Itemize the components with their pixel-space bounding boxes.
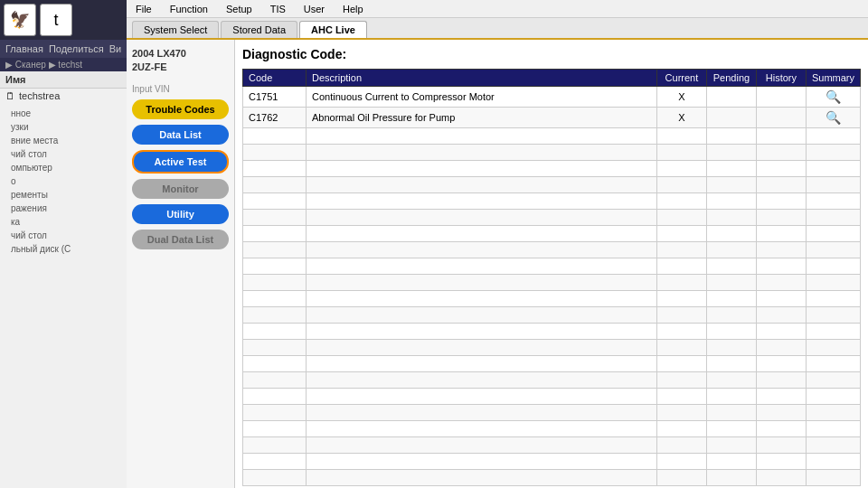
trouble-codes-button[interactable]: Trouble Codes: [132, 99, 229, 119]
diagnostic-title: Diagnostic Code:: [242, 47, 861, 61]
table-row: C1751 Continuous Current to Compressor M…: [243, 87, 861, 108]
col-code: Code: [243, 70, 307, 87]
tab-bar: System Select Stored Data AHC Live: [127, 18, 868, 40]
cell-summary: 🔍: [806, 87, 860, 108]
section-computer: омпьютер: [5, 161, 121, 174]
table-row: C1762 Abnormal Oil Pressure for Pump X 🔍: [243, 108, 861, 128]
sidebar-nav: Главная Поделиться Ви: [0, 40, 127, 58]
empty-row: [243, 242, 861, 258]
cell-history: [756, 108, 806, 128]
vehicle-info: 2004 LX470 2UZ-FE: [132, 47, 229, 75]
data-list-button[interactable]: Data List: [132, 125, 229, 145]
tab-ahc-live[interactable]: AHC Live: [299, 21, 367, 38]
empty-row: [243, 226, 861, 242]
col-description: Description: [307, 70, 657, 87]
vehicle-model: 2004 LX470: [132, 47, 229, 61]
sidebar-breadcrumb: ▶ Сканер ▶ techst: [0, 58, 127, 71]
sidebar-file-item[interactable]: 🗒 techstrea: [0, 89, 127, 103]
section-o: о: [5, 174, 121, 188]
empty-row: [243, 405, 861, 421]
section-desktop2: чий стол: [5, 229, 121, 242]
tab-system-select[interactable]: System Select: [132, 21, 219, 38]
vehicle-engine: 2UZ-FE: [132, 61, 229, 74]
section-ka: ка: [5, 215, 121, 229]
menu-bar: File Function Setup TIS User Help: [127, 0, 868, 18]
empty-row: [243, 437, 861, 454]
menu-user[interactable]: User: [300, 4, 328, 14]
empty-row: [243, 128, 861, 145]
cell-pending: [706, 108, 756, 128]
empty-row: [243, 372, 861, 389]
section-images: ражения: [5, 202, 121, 215]
empty-row: [243, 389, 861, 405]
empty-row: [243, 193, 861, 210]
cell-description: Continuous Current to Compressor Motor: [307, 87, 657, 108]
section-tools: ременты: [5, 188, 121, 202]
cell-description: Abnormal Oil Pressure for Pump: [307, 108, 657, 128]
empty-row: [243, 356, 861, 372]
nav-home[interactable]: Главная: [5, 43, 43, 54]
cell-pending: [706, 87, 756, 108]
section-noe: нное: [5, 107, 121, 120]
section-mesta: вние места: [5, 134, 121, 147]
empty-row: [243, 291, 861, 307]
app-icon-1[interactable]: 🦅: [4, 4, 36, 36]
cell-summary: 🔍: [806, 108, 860, 128]
left-panel: 2004 LX470 2UZ-FE Input VIN Trouble Code…: [127, 40, 235, 488]
content-body: 2004 LX470 2UZ-FE Input VIN Trouble Code…: [127, 40, 868, 488]
empty-row: [243, 421, 861, 437]
monitor-button[interactable]: Monitor: [132, 179, 229, 199]
menu-tis[interactable]: TIS: [267, 4, 289, 14]
sidebar-header: Имя: [0, 71, 127, 89]
nav-view[interactable]: Ви: [109, 43, 121, 54]
nav-share[interactable]: Поделиться: [49, 43, 104, 54]
right-panel: Diagnostic Code: Code Description Curren…: [235, 40, 868, 488]
empty-row: [243, 307, 861, 324]
sidebar-content: Имя 🗒 techstrea нное узки вние места чий…: [0, 71, 127, 488]
empty-row: [243, 324, 861, 340]
empty-row: [243, 340, 861, 356]
left-sidebar: 🦅 t Главная Поделиться Ви ▶ Сканер ▶ tec…: [0, 0, 127, 488]
section-uzki: узки: [5, 120, 121, 134]
cell-current: X: [656, 87, 706, 108]
diagnostic-table: Code Description Current Pending History…: [242, 69, 861, 486]
active-test-button[interactable]: Active Test: [132, 150, 229, 174]
menu-function[interactable]: Function: [166, 4, 212, 14]
col-history: History: [756, 70, 806, 87]
empty-row: [243, 470, 861, 486]
empty-row: [243, 275, 861, 291]
cell-code: C1751: [243, 87, 307, 108]
app-icon-2[interactable]: t: [40, 4, 72, 36]
cell-current: X: [656, 108, 706, 128]
sidebar-sections: нное узки вние места чий стол омпьютер о…: [0, 103, 127, 488]
tab-stored-data[interactable]: Stored Data: [221, 21, 297, 38]
input-vin-label: Input VIN: [132, 84, 229, 94]
sidebar-icons: 🦅 t: [0, 0, 127, 40]
section-disk: льный диск (С: [5, 242, 121, 256]
col-current: Current: [656, 70, 706, 87]
menu-help[interactable]: Help: [339, 4, 367, 14]
empty-row: [243, 210, 861, 226]
menu-file[interactable]: File: [132, 4, 156, 14]
empty-row: [243, 258, 861, 275]
utility-button[interactable]: Utility: [132, 204, 229, 224]
dual-data-list-button[interactable]: Dual Data List: [132, 230, 229, 249]
empty-row: [243, 177, 861, 193]
file-icon: 🗒: [5, 90, 15, 101]
main-area: File Function Setup TIS User Help System…: [127, 0, 868, 488]
col-pending: Pending: [706, 70, 756, 87]
cell-history: [756, 87, 806, 108]
col-summary: Summary: [806, 70, 860, 87]
section-desktop: чий стол: [5, 147, 121, 161]
menu-setup[interactable]: Setup: [222, 4, 256, 14]
empty-row: [243, 161, 861, 177]
empty-row: [243, 145, 861, 161]
empty-row: [243, 454, 861, 470]
cell-code: C1762: [243, 108, 307, 128]
